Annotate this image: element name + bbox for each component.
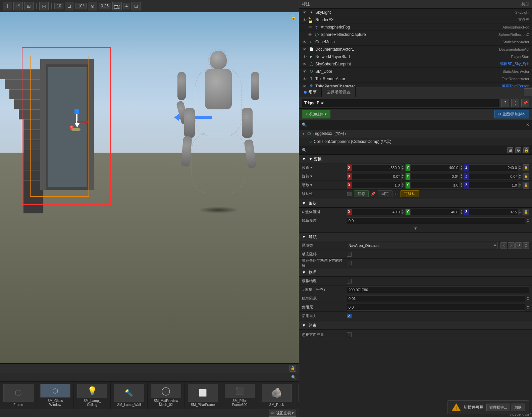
position-x-input[interactable] bbox=[352, 164, 402, 171]
asset-item-pillarframe300[interactable]: ⬛ SM_PillarFrame300 bbox=[221, 382, 258, 409]
outliner-item-smdoor[interactable]: 👁 ⬡ SM_Door StaticMeshActor bbox=[299, 68, 532, 75]
help-icon-btn[interactable]: ? bbox=[501, 99, 509, 107]
rot-z-arrows[interactable]: ▲▼ bbox=[519, 173, 521, 180]
enable-gravity-checkbox[interactable] bbox=[347, 314, 352, 318]
outliner-item-skylight[interactable]: 👁 ☀ SkyLight SkyLight bbox=[299, 9, 532, 16]
sc-z-arrows[interactable]: ▲▼ bbox=[519, 182, 521, 189]
dynamic-obstacle-checkbox[interactable] bbox=[347, 252, 352, 257]
asset-item-glass-window[interactable]: ⬡ SM_GlassWindow bbox=[37, 382, 74, 409]
viewport-3d[interactable]: 🔒 bbox=[0, 12, 299, 363]
rotation-y-input[interactable] bbox=[410, 173, 460, 180]
mass-input[interactable] bbox=[347, 286, 529, 293]
outliner-item-spherereflect[interactable]: 👁 ◯ SphereReflectionCapture SphereReflec… bbox=[299, 31, 532, 38]
outliner-item-playerstart[interactable]: 👁 ▶ NetworkPlayerStart PlayerStart bbox=[299, 53, 532, 60]
eye-toggle-textrender[interactable]: 👁 bbox=[302, 76, 307, 82]
asset-view-options-btn[interactable]: 👁 视图选项 ▾ bbox=[269, 410, 296, 417]
camera-count-dropdown[interactable]: 4 bbox=[123, 3, 130, 9]
viewport-lock-icon[interactable]: 🔒 bbox=[290, 15, 296, 20]
asset-item-pillarframe[interactable]: ⬜ SM_PillarFrame bbox=[184, 382, 221, 409]
rot-x-arrows[interactable]: ▲▼ bbox=[402, 173, 404, 180]
pos-z-arrows[interactable]: ▲▼ bbox=[519, 164, 521, 171]
nav-arrow-left-btn[interactable]: ◁ bbox=[500, 242, 507, 249]
shape-section-header[interactable]: ▼ 形状 bbox=[299, 199, 532, 208]
toolbar-snap-icon[interactable]: ⊿ bbox=[65, 2, 74, 10]
details-settings-btn[interactable]: ⚙ bbox=[515, 147, 521, 153]
dismiss-notification-btn[interactable]: 忽略 bbox=[512, 404, 525, 411]
box-y-input[interactable] bbox=[410, 209, 460, 215]
outliner-item-atmosfog[interactable]: 👁 🌫 AtmosphericFog AtmosphericFog bbox=[299, 23, 532, 31]
box-y-arrows[interactable]: ▲▼ bbox=[460, 209, 463, 215]
asset-item-frame[interactable]: ⬡ Frame bbox=[0, 382, 37, 409]
actor-more-icon-btn[interactable]: ⋮ bbox=[511, 99, 519, 107]
pos-x-arrows[interactable]: ▲▼ bbox=[402, 164, 404, 171]
fill-nav-checkbox[interactable] bbox=[347, 261, 352, 265]
toolbar-world-icon[interactable]: ◎ bbox=[39, 2, 49, 10]
eye-toggle-docactor[interactable]: 👁 bbox=[302, 47, 307, 52]
outliner-item-cubemesh[interactable]: 👁 □ CubeMesh StaticMeshActor bbox=[299, 38, 532, 46]
sc-x-arrows[interactable]: ▲▼ bbox=[402, 182, 404, 189]
blueprint-btn[interactable]: ⚙ 蓝图/添加脚本 bbox=[494, 110, 529, 118]
asset-item-rock[interactable]: 🪨 SM_Rock bbox=[258, 382, 295, 409]
scale-z-input[interactable] bbox=[469, 182, 519, 189]
nav-arrow-right-btn[interactable]: ▷ bbox=[508, 242, 515, 249]
asset-item-lamp-wall[interactable]: 🔦 SM_Lamp_Wall bbox=[111, 382, 148, 409]
eye-toggle-playerstart[interactable]: 👁 bbox=[302, 54, 307, 59]
eye-toggle-smdoor[interactable]: 👁 bbox=[302, 69, 307, 74]
rotation-lock-btn[interactable]: 🔒 bbox=[523, 173, 529, 180]
nav-export-btn[interactable]: ⬡ bbox=[523, 242, 529, 249]
transform-section-header[interactable]: ▼ ▼ 变换 bbox=[299, 155, 532, 163]
mobility-movable-btn[interactable]: 可移动 bbox=[401, 190, 419, 197]
component-collision-item[interactable]: ○ CollisionComponent (CollisionComp) (继承… bbox=[299, 138, 532, 146]
scale-dropdown[interactable]: 0.25 bbox=[99, 3, 111, 9]
line-thickness-input[interactable] bbox=[347, 217, 525, 224]
tab-details[interactable]: 细节 bbox=[299, 87, 322, 97]
toolbar-camera-icon[interactable]: 📷 bbox=[112, 2, 122, 10]
details-table-view-btn[interactable]: ⊞ bbox=[507, 147, 513, 153]
actor-name-input[interactable] bbox=[302, 99, 499, 107]
rotation-z-input[interactable] bbox=[469, 173, 519, 180]
details-kebab-menu[interactable]: ⋮ bbox=[524, 88, 532, 96]
line-thickness-arrows[interactable]: ▲▼ bbox=[527, 217, 529, 224]
toolbar-fullscreen-icon[interactable]: ⊡ bbox=[131, 2, 141, 10]
scale-x-input[interactable] bbox=[352, 182, 402, 189]
scale-lock-btn[interactable]: 🔒 bbox=[523, 182, 529, 189]
toolbar-scale-icon[interactable]: ⊞ bbox=[24, 2, 34, 10]
toolbar-lock-icon[interactable]: ⊗ bbox=[88, 2, 97, 10]
mobility-fixed-btn[interactable]: 固定 bbox=[378, 190, 392, 197]
box-z-arrows[interactable]: ▲▼ bbox=[519, 209, 521, 215]
asset-item-lamp-ceiling[interactable]: 💡 SM_Lamp_Ceiling bbox=[74, 382, 111, 409]
linear-damping-arrows[interactable]: ▲▼ bbox=[527, 295, 529, 302]
eye-toggle-atmosfog[interactable]: 👁 bbox=[307, 24, 313, 30]
ignore-velocity-checkbox[interactable] bbox=[347, 332, 352, 337]
sc-y-arrows[interactable]: ▲▼ bbox=[460, 182, 463, 189]
grid-size-dropdown[interactable]: 10 bbox=[54, 3, 63, 9]
nav-section-header[interactable]: ▼ 导航 bbox=[299, 232, 532, 241]
search-components-input[interactable] bbox=[309, 123, 524, 127]
outliner-item-textrender[interactable]: 👁 T TextRenderActor TextRenderActor bbox=[299, 75, 532, 83]
outliner-item-skysphere[interactable]: 👁 ◯ SkySphereBlueprint 编辑BP_Sky_Sph bbox=[299, 60, 532, 68]
mobility-static-btn[interactable]: 静态 bbox=[354, 190, 369, 197]
pos-y-arrows[interactable]: ▲▼ bbox=[460, 164, 463, 171]
actor-pin-icon-btn[interactable]: 📌 bbox=[521, 99, 529, 107]
eye-toggle-renderfx[interactable]: 👁 bbox=[302, 17, 307, 22]
add-component-btn[interactable]: + 添加组件 ▾ bbox=[302, 110, 330, 118]
tab-world-settings[interactable]: 世界场景设置 bbox=[322, 87, 356, 97]
linear-damping-input[interactable] bbox=[347, 295, 525, 302]
details-lock-btn[interactable]: 🔒 bbox=[523, 147, 529, 153]
manage-plugins-btn[interactable]: 管理插件... bbox=[486, 404, 510, 411]
position-z-input[interactable] bbox=[469, 164, 519, 171]
component-root-item[interactable]: ▼ ⬡ TriggerBox（实例） bbox=[299, 129, 532, 138]
angular-damping-arrows[interactable]: ▲▼ bbox=[527, 304, 529, 311]
simulate-physics-checkbox[interactable] bbox=[347, 279, 352, 283]
angle-dropdown[interactable]: 10° bbox=[75, 3, 86, 9]
position-y-input[interactable] bbox=[410, 164, 460, 171]
eye-toggle-skysphere[interactable]: 👁 bbox=[302, 61, 307, 67]
constraints-section-header[interactable]: ▼ 约束 bbox=[299, 321, 532, 330]
area-class-dropdown[interactable]: NavArea_Obstacle ▾ bbox=[347, 242, 498, 249]
outliner-item-renderfx[interactable]: 👁 ▶📁 RenderFX 文件夹 bbox=[299, 16, 532, 23]
angular-damping-input[interactable] bbox=[347, 304, 525, 311]
eye-toggle-thirdperson[interactable]: 👁 bbox=[302, 84, 307, 88]
toolbar-rotate-icon[interactable]: ↺ bbox=[13, 2, 23, 10]
scale-y-input[interactable] bbox=[410, 182, 460, 189]
nav-refresh-btn[interactable]: ↺ bbox=[515, 242, 522, 249]
